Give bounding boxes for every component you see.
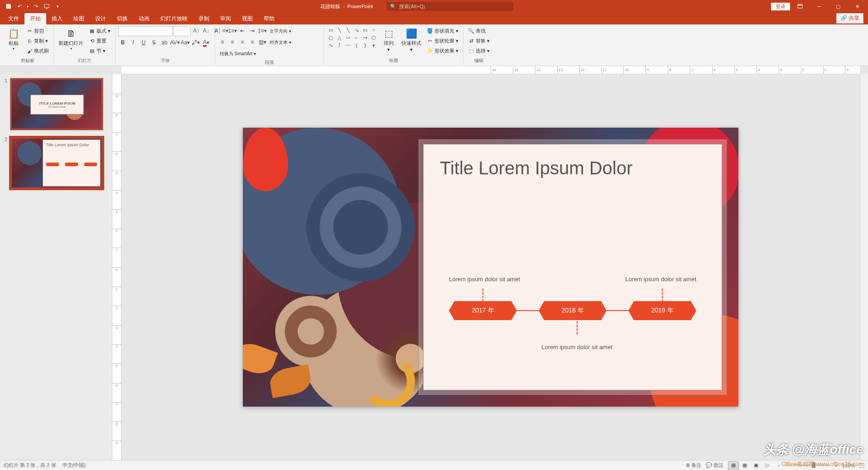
normal-view-button[interactable]: ▦	[728, 461, 739, 470]
shape-tri[interactable]: △	[335, 34, 343, 41]
cut-button[interactable]: ✂剪切	[24, 26, 51, 36]
decrease-font-button[interactable]: A↓	[202, 26, 211, 35]
shape-outline-button[interactable]: ✏形状轮廓 ▾	[425, 36, 460, 46]
tab-home[interactable]: 开始	[24, 13, 46, 24]
zoom-out-button[interactable]: −	[777, 463, 780, 468]
shape-connector[interactable]: ⤴	[335, 42, 343, 49]
zoom-thumb[interactable]	[812, 462, 815, 468]
case-button[interactable]: Aa▾	[181, 38, 190, 47]
font-color-button[interactable]: A▾	[202, 38, 211, 47]
section-button[interactable]: ▤节 ▾	[87, 46, 112, 56]
shape-arrow2[interactable]: ⇨	[344, 34, 352, 41]
tab-design[interactable]: 设计	[90, 13, 111, 24]
tab-review[interactable]: 审阅	[215, 13, 236, 24]
increase-font-button[interactable]: A↑	[192, 26, 201, 35]
format-painter-button[interactable]: 🖌格式刷	[24, 46, 51, 56]
new-slide-button[interactable]: 🗎 新建幻灯片▾	[57, 26, 85, 52]
reset-button[interactable]: ⟲重置	[87, 36, 112, 46]
line-spacing-button[interactable]: ‡≡▾	[258, 26, 267, 35]
start-slideshow-button[interactable]	[42, 1, 52, 11]
reading-view-button[interactable]: ▣	[751, 461, 762, 470]
align-text-button[interactable]: 对齐文本 ▾	[268, 38, 293, 47]
find-button[interactable]: 🔍查找	[466, 26, 492, 36]
slide-thumbnail-2[interactable]: Title Lorem Ipsum Dolor	[10, 137, 103, 189]
ribbon-display-options[interactable]	[791, 0, 809, 13]
timeline[interactable]: 2017 年 2018 年 2019 年	[449, 301, 696, 320]
paste-button[interactable]: 📋 粘贴▾	[5, 26, 23, 52]
minimize-button[interactable]: ─	[810, 0, 828, 13]
italic-button[interactable]: I	[129, 38, 138, 47]
shape-line[interactable]: ╲	[335, 26, 343, 34]
spacing-button[interactable]: AV▾	[170, 38, 179, 47]
sorter-view-button[interactable]: ▦	[739, 461, 750, 470]
slide-title[interactable]: Title Lorem Ipsum Dolor	[440, 158, 705, 178]
notes-button[interactable]: ≣ 备注	[686, 462, 701, 469]
zoom-level[interactable]: 110%	[842, 463, 855, 468]
shape-curve[interactable]: ∿	[327, 42, 335, 49]
shape-hex[interactable]: ⬡	[370, 34, 378, 41]
caption-2[interactable]: Lorem ipsum dolor sit amet	[625, 276, 696, 283]
save-button[interactable]	[4, 1, 14, 11]
shape-arrow[interactable]: ↘	[352, 26, 361, 34]
slideshow-view-button[interactable]: ▷	[762, 461, 773, 470]
underline-button[interactable]: U	[139, 38, 148, 47]
ruler-horizontal[interactable]: 1615141312111098765432101234567891011121…	[121, 66, 860, 74]
fit-window-button[interactable]: ⛶	[859, 463, 864, 468]
align-justify-button[interactable]: ≡	[248, 38, 257, 47]
tab-insert[interactable]: 插入	[46, 13, 68, 24]
tab-animations[interactable]: 动画	[133, 13, 155, 24]
replace-button[interactable]: ⇄替换 ▾	[466, 36, 492, 46]
shape-free[interactable]: 〰	[344, 42, 352, 49]
shape-effects-button[interactable]: ✨形状效果 ▾	[425, 46, 460, 56]
caption-3[interactable]: Lorem ipsum dolor sit amet	[541, 344, 612, 350]
shape-arrow3[interactable]: ↪	[361, 34, 369, 41]
tab-draw[interactable]: 绘图	[68, 13, 90, 24]
tab-help[interactable]: 帮助	[258, 13, 280, 24]
shape-fill-button[interactable]: 🪣形状填充 ▾	[425, 26, 460, 36]
language-status[interactable]: 中文(中国)	[63, 462, 86, 469]
maximize-button[interactable]: ▢	[829, 0, 847, 13]
shape-roundrect[interactable]: ▢	[327, 34, 335, 41]
text-direction-button[interactable]: 文字方向 ▾	[268, 26, 293, 36]
layout-button[interactable]: ▦版式 ▾	[87, 26, 112, 36]
shape-oval[interactable]: ○	[370, 26, 378, 34]
shapes-gallery[interactable]: ▭ ╲ ╲ ↘ ▭ ○ ▢ △ ⇨ ⌐ ↪ ⬡ ∿ ⤴ 〰 { } ▾	[327, 26, 378, 49]
columns-button[interactable]: ▥▾	[258, 38, 267, 47]
slide-counter[interactable]: 幻灯片 第 2 张，共 2 张	[4, 462, 56, 469]
align-center-button[interactable]: ≡	[228, 38, 237, 47]
align-right-button[interactable]: ≡	[238, 38, 247, 47]
ruler-vertical[interactable]: 9876543210123456789	[112, 74, 121, 460]
align-left-button[interactable]: ≡	[218, 38, 227, 47]
indent-dec-button[interactable]: ⇤	[238, 26, 247, 35]
tab-record[interactable]: 录制	[193, 13, 215, 24]
timeline-node-2[interactable]: 2018 年	[539, 301, 607, 320]
tab-view[interactable]: 视图	[236, 13, 258, 24]
zoom-in-button[interactable]: +	[834, 463, 837, 468]
collapse-ribbon-icon[interactable]: ^	[862, 0, 868, 6]
content-box[interactable]: Title Lorem Ipsum Dolor Lorem ipsum dolo…	[423, 144, 722, 390]
search-box[interactable]: 🔍 搜索(Alt+Q)	[386, 2, 513, 11]
slide-thumbnail-1[interactable]: TITLE LOREM IPSUM Sit Dolor Amet	[10, 78, 103, 130]
slide-canvas[interactable]: Title Lorem Ipsum Dolor Lorem ipsum dolo…	[121, 74, 860, 460]
tab-slideshow[interactable]: 幻灯片放映	[155, 13, 193, 24]
share-button[interactable]: 🔗 共享	[836, 13, 863, 24]
shape-brace1[interactable]: {	[352, 42, 361, 49]
shape-brace2[interactable]: }	[361, 42, 369, 49]
font-name-combo[interactable]	[118, 26, 173, 36]
bullets-button[interactable]: ⋮≡▾	[218, 26, 227, 35]
shape-line2[interactable]: ╲	[344, 26, 352, 34]
zoom-slider[interactable]	[785, 465, 830, 466]
copy-button[interactable]: ⎘复制 ▾	[24, 36, 51, 46]
tab-file[interactable]: 文件	[3, 13, 24, 24]
caption-1[interactable]: Lorem ipsum dolor sit amet	[449, 276, 520, 283]
strike-button[interactable]: S̶	[149, 38, 159, 47]
undo-dropdown[interactable]: ▾	[25, 1, 30, 11]
undo-button[interactable]: ↶	[14, 1, 24, 11]
font-size-combo[interactable]	[174, 26, 191, 36]
slide-thumbnails-panel[interactable]: 1 TITLE LOREM IPSUM Sit Dolor Amet 2 Tit…	[0, 74, 112, 460]
smartart-button[interactable]: 转换为 SmartArt ▾	[218, 49, 258, 58]
timeline-node-1[interactable]: 2017 年	[449, 301, 517, 320]
timeline-node-3[interactable]: 2019 年	[628, 301, 696, 320]
shape-rect[interactable]: ▭	[361, 26, 369, 34]
slide[interactable]: Title Lorem Ipsum Dolor Lorem ipsum dolo…	[243, 128, 738, 407]
